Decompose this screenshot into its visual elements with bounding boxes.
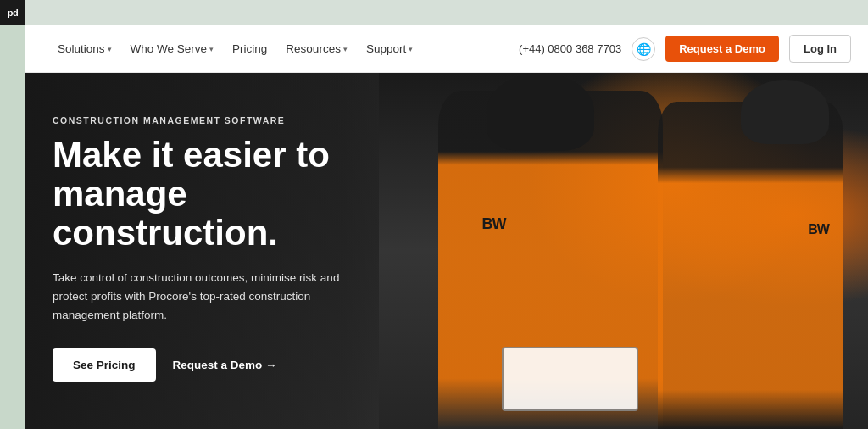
bw-logo-right: BW (808, 222, 829, 237)
phone-number: (+44) 0800 368 7703 (519, 42, 621, 55)
chevron-down-icon: ▾ (209, 45, 214, 53)
hero-cta-group: See Pricing Request a Demo → (53, 348, 358, 382)
hero-eyebrow: CONSTRUCTION MANAGEMENT SOFTWARE (53, 115, 358, 125)
nav-solutions[interactable]: Solutions ▾ (51, 37, 119, 60)
navigation: Solutions ▾ Who We Serve ▾ Pricing Resou… (25, 25, 868, 73)
nav-resources[interactable]: Resources ▾ (279, 37, 354, 60)
nav-links: Solutions ▾ Who We Serve ▾ Pricing Resou… (51, 37, 519, 60)
chevron-down-icon: ▾ (343, 45, 348, 53)
chevron-down-icon: ▾ (409, 45, 413, 53)
worker-left-hardhat (487, 73, 594, 151)
nav-who-we-serve[interactable]: Who We Serve ▾ (124, 37, 221, 60)
nav-support[interactable]: Support ▾ (359, 37, 420, 60)
globe-icon[interactable]: 🌐 (632, 37, 655, 61)
logo-bar[interactable]: pd (0, 0, 25, 25)
hero-image-workers: BW BW (379, 73, 868, 429)
hero-content: CONSTRUCTION MANAGEMENT SOFTWARE Make it… (53, 115, 358, 382)
tablet-device (502, 347, 638, 411)
hero-subtext: Take control of construction outcomes, m… (53, 269, 358, 326)
see-pricing-button[interactable]: See Pricing (53, 348, 156, 382)
worker-right-hardhat (741, 80, 829, 144)
bw-logo-left: BW (482, 215, 506, 233)
worker-right-vest (658, 102, 843, 429)
nav-pricing[interactable]: Pricing (225, 37, 274, 60)
chevron-down-icon: ▾ (108, 45, 112, 53)
logo: pd (8, 8, 18, 18)
login-button[interactable]: Log In (789, 35, 851, 63)
hero-headline: Make it easier to manage construction. (53, 136, 358, 254)
hero-section: BW BW CONSTRUCTION MANAGEMENT SOFTWARE M… (25, 73, 868, 429)
nav-right: (+44) 0800 368 7703 🌐 Request a Demo Log… (519, 35, 851, 63)
left-sidebar-strip (0, 25, 25, 429)
request-demo-button[interactable]: Request a Demo (665, 36, 779, 62)
request-demo-link[interactable]: Request a Demo → (173, 359, 277, 371)
